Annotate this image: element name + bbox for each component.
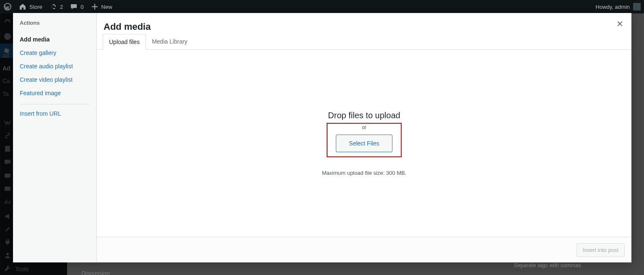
update-icon [49, 3, 57, 11]
upload-area[interactable]: Drop files to upload or Select Files Max… [97, 50, 631, 237]
site-name: Store [29, 4, 42, 10]
action-create-gallery[interactable]: Create gallery [20, 46, 90, 60]
modal-actions-sidebar: Actions Add media Create gallery Create … [13, 13, 97, 262]
action-featured-image[interactable]: Featured image [20, 86, 90, 100]
tutorial-highlight: or Select Files [327, 123, 401, 157]
updates-link[interactable]: 2 [46, 0, 66, 13]
howdy-text: Howdy, admin [596, 4, 630, 10]
action-add-media[interactable]: Add media [20, 33, 90, 46]
wordpress-icon [3, 3, 12, 11]
max-upload-text: Maximum upload file size: 300 MB. [322, 170, 407, 176]
media-modal: Actions Add media Create gallery Create … [13, 13, 631, 262]
action-create-audio-playlist[interactable]: Create audio playlist [20, 60, 90, 73]
separator [20, 104, 90, 104]
or-text: or [336, 125, 392, 130]
comments-link[interactable]: 0 [66, 0, 87, 13]
drop-files-text: Drop files to upload [322, 111, 407, 120]
plus-icon [91, 3, 99, 11]
bg-discussion: Discussion [81, 270, 110, 275]
select-files-button[interactable]: Select Files [336, 135, 392, 152]
modal-main: ✕ Add media Upload files Media Library D… [97, 13, 631, 262]
updates-count: 2 [60, 4, 63, 10]
insert-into-post-button[interactable]: Insert into post [576, 243, 625, 257]
wp-logo[interactable] [0, 0, 15, 13]
comment-icon [70, 3, 78, 11]
modal-close-button[interactable]: ✕ [612, 16, 627, 31]
bg-tags-hint: Separate tags with commas [514, 262, 581, 268]
site-link[interactable]: Store [15, 0, 46, 13]
close-icon: ✕ [616, 19, 623, 29]
home-icon [18, 3, 27, 11]
actions-heading: Actions [20, 20, 90, 26]
comments-count: 0 [80, 4, 83, 10]
tab-media-library[interactable]: Media Library [146, 34, 193, 50]
new-label: New [101, 4, 112, 10]
account-link[interactable]: Howdy, admin [596, 3, 641, 10]
avatar [633, 3, 641, 10]
admin-bar: Store 2 0 New Howdy, admin [0, 0, 644, 13]
modal-footer: Insert into post [97, 237, 631, 262]
modal-title: Add media [97, 13, 631, 34]
tab-upload-files[interactable]: Upload files [103, 34, 146, 50]
action-insert-from-url[interactable]: Insert from URL [20, 107, 90, 120]
modal-tabs: Upload files Media Library [97, 34, 631, 50]
action-create-video-playlist[interactable]: Create video playlist [20, 73, 90, 86]
new-link[interactable]: New [87, 0, 116, 13]
